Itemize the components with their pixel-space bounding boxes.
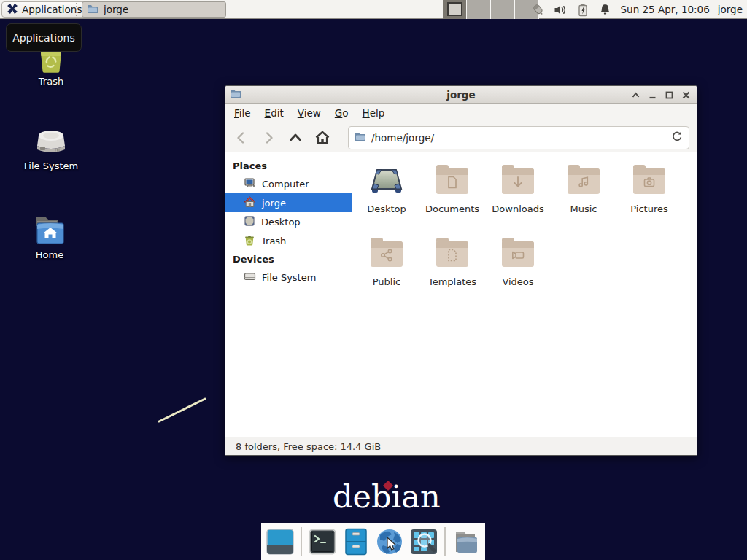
sidebar: Places Computer xyxy=(225,152,352,437)
panel-separator-handle xyxy=(76,3,80,16)
file-item-downloads[interactable]: Downloads xyxy=(489,160,547,229)
terminal-icon[interactable] xyxy=(309,528,336,556)
applications-tooltip: Applications xyxy=(6,23,82,52)
battery-icon[interactable] xyxy=(576,2,590,17)
file-label: Pictures xyxy=(630,204,667,214)
desktop-icon-file-system[interactable]: File System xyxy=(16,127,86,171)
path-input[interactable]: /home/jorge/ xyxy=(371,132,666,144)
home-desktop-icon xyxy=(15,213,85,246)
file-cabinet-icon[interactable] xyxy=(343,528,369,556)
templates-folder-icon xyxy=(436,239,468,267)
workspace-switcher[interactable] xyxy=(443,0,539,19)
show-desktop-icon[interactable] xyxy=(266,528,294,556)
shade-button[interactable] xyxy=(630,89,642,101)
computer-icon xyxy=(244,177,256,191)
sidebar-places-header: Places xyxy=(225,157,352,174)
file-item-music[interactable]: Music xyxy=(554,160,613,229)
toolbar: /home/jorge/ xyxy=(225,123,697,152)
volume-icon[interactable] xyxy=(553,2,568,17)
sidebar-item-label: Desktop xyxy=(261,217,301,228)
panel-user-label[interactable]: jorge xyxy=(718,4,743,15)
dock-separator xyxy=(444,527,446,556)
reload-icon[interactable] xyxy=(671,131,683,144)
statusbar-text: 8 folders, Free space: 14.4 GiB xyxy=(236,441,381,452)
bottom-dock xyxy=(261,523,485,560)
menu-view[interactable]: View xyxy=(298,107,321,119)
sidebar-item-file-system[interactable]: File System xyxy=(225,268,352,287)
forward-button[interactable] xyxy=(260,129,277,147)
desktop-trapezoid-icon xyxy=(369,163,404,198)
minimize-button[interactable] xyxy=(646,89,659,101)
app-finder-icon[interactable] xyxy=(410,528,438,556)
sidebar-item-trash[interactable]: Trash xyxy=(225,231,352,250)
applications-menu-label: Applications xyxy=(22,4,82,15)
sidebar-item-label: Computer xyxy=(262,179,309,190)
file-label: Videos xyxy=(502,277,533,287)
file-item-documents[interactable]: Documents xyxy=(423,160,481,229)
downloads-folder-icon xyxy=(502,166,534,194)
directory-menu-folder-icon[interactable] xyxy=(452,528,480,556)
menu-edit[interactable]: Edit xyxy=(265,107,284,119)
documents-folder-icon xyxy=(436,166,468,194)
statusbar: 8 folders, Free space: 14.4 GiB xyxy=(225,437,697,455)
cursor-trail-line xyxy=(153,394,215,429)
maximize-button[interactable] xyxy=(663,89,676,101)
titlebar[interactable]: jorge xyxy=(225,86,697,104)
file-label: Templates xyxy=(428,277,476,287)
path-bar[interactable]: /home/jorge/ xyxy=(348,126,689,149)
file-item-desktop[interactable]: Desktop xyxy=(357,160,416,229)
public-folder-icon xyxy=(371,239,403,267)
file-label: Downloads xyxy=(492,204,543,214)
xfce-logo-icon xyxy=(7,3,18,17)
file-item-pictures[interactable]: Pictures xyxy=(620,160,678,229)
workspace-1[interactable] xyxy=(443,0,467,19)
desktop-icon-label: File System xyxy=(16,161,86,171)
menu-file[interactable]: File xyxy=(234,107,251,119)
mouse-tray-icon[interactable] xyxy=(530,2,545,17)
drive-icon xyxy=(244,271,256,284)
workspace-window-outline xyxy=(447,2,462,16)
close-button[interactable] xyxy=(680,89,692,101)
videos-folder-icon xyxy=(502,239,534,267)
file-manager-window: jorge File Edit View Go Help xyxy=(225,85,697,456)
top-panel: Applications jorge xyxy=(0,0,747,19)
sidebar-item-computer[interactable]: Computer xyxy=(225,174,352,193)
back-button[interactable] xyxy=(233,129,250,147)
path-folder-icon xyxy=(355,131,366,144)
trash-place-icon xyxy=(244,234,255,248)
menu-help[interactable]: Help xyxy=(363,107,385,119)
desktop-place-icon xyxy=(244,215,255,229)
file-label: Music xyxy=(570,204,597,214)
tooltip-label: Applications xyxy=(12,32,75,44)
file-item-templates[interactable]: Templates xyxy=(423,233,481,302)
pictures-folder-icon xyxy=(633,166,665,194)
window-controls xyxy=(630,86,692,104)
taskbar-window-label: jorge xyxy=(104,4,128,15)
workspace-3[interactable] xyxy=(491,0,515,19)
panel-clock[interactable]: Sun 25 Apr, 10:06 xyxy=(621,4,710,15)
taskbar-window-button[interactable]: jorge xyxy=(82,1,226,18)
file-item-public[interactable]: Public xyxy=(357,233,416,302)
desktop-icon-home[interactable]: Home xyxy=(15,213,85,260)
home-button[interactable] xyxy=(314,129,331,147)
sidebar-item-jorge[interactable]: jorge xyxy=(225,193,352,212)
file-grid: Desktop Documents xyxy=(352,152,697,437)
dock-separator xyxy=(301,527,302,556)
sidebar-item-label: File System xyxy=(262,272,316,283)
menu-go[interactable]: Go xyxy=(335,107,349,119)
sidebar-item-label: Trash xyxy=(261,236,286,246)
filesystem-desktop-icon xyxy=(16,127,86,158)
window-folder-icon xyxy=(87,3,98,17)
web-browser-icon[interactable] xyxy=(376,528,403,556)
file-label: Desktop xyxy=(367,204,406,214)
workspace-2[interactable] xyxy=(467,0,491,19)
up-button[interactable] xyxy=(287,129,304,147)
bell-icon[interactable] xyxy=(598,2,613,17)
home-place-icon xyxy=(244,196,256,210)
desktop-icon-label: Home xyxy=(15,250,85,260)
file-item-videos[interactable]: Videos xyxy=(489,233,547,302)
sidebar-devices-header: Devices xyxy=(225,250,352,268)
sidebar-item-desktop[interactable]: Desktop xyxy=(225,212,352,231)
music-folder-icon xyxy=(568,166,600,194)
window-content: Places Computer xyxy=(225,152,697,437)
